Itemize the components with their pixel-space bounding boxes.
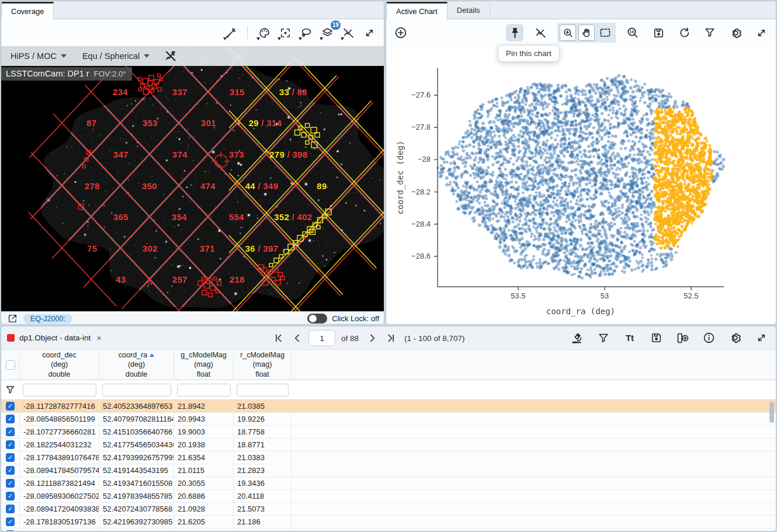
grid-off-button[interactable] — [162, 47, 179, 65]
row-checkbox[interactable]: ✓ — [6, 453, 15, 462]
table-body[interactable]: ✓-28.1172878277741652.4052336489765321.8… — [1, 400, 776, 531]
zoom-original-button[interactable]: 1X — [624, 24, 641, 41]
filter-icon[interactable] — [5, 384, 16, 395]
click-lock-toggle[interactable] — [307, 314, 327, 324]
table-cell[interactable]: -28.177843891076478 — [20, 451, 99, 464]
column-header-g-cmodelmag[interactable]: g_cModelMag (mag) float — [174, 350, 234, 380]
table-cell[interactable]: -28.17818305197136 — [20, 516, 99, 528]
table-cell[interactable]: 52.40523364897653 — [99, 400, 174, 412]
table-row[interactable]: ✓-28.08958930602750252.4197839485578520.… — [1, 490, 776, 503]
save-table-button[interactable] — [647, 329, 665, 347]
table-cell[interactable] — [99, 528, 174, 531]
row-checkbox[interactable]: ✓ — [6, 402, 15, 411]
table-cell[interactable]: 21.0383 — [234, 451, 292, 464]
table-row[interactable]: ✓-28.1172878277741652.4052336489765321.8… — [1, 400, 776, 413]
table-row[interactable]: ✓-28.08941784507957452.419144354319521.0… — [1, 464, 776, 477]
table-row[interactable]: ✓-28.17784389107647852.41793992675799521… — [1, 451, 776, 464]
column-header-r-cmodelmag[interactable]: r_cModelMag (mag) float — [234, 350, 292, 380]
table-row[interactable]: ✓-28.182254403123252.41775456503443620.1… — [1, 439, 776, 451]
recenter-button[interactable] — [276, 24, 294, 41]
pan-mode-button[interactable] — [578, 25, 595, 41]
table-cell[interactable]: 52.42196392730985 — [99, 516, 174, 528]
filter-input-coord-ra[interactable] — [102, 384, 171, 397]
table-cell[interactable] — [20, 528, 99, 531]
table-cell[interactable]: 21.0928 — [174, 503, 234, 515]
sky-map-canvas[interactable] — [1, 46, 384, 311]
selection-button[interactable] — [297, 24, 315, 41]
table-cell[interactable]: -28.089417204093838 — [20, 503, 99, 515]
filter-input-r-cmodelmag[interactable] — [237, 384, 289, 397]
filter-table-button[interactable] — [595, 329, 612, 347]
pin-chart-button[interactable]: Pin this chart — [506, 24, 523, 41]
table-cell[interactable]: 21.0115 — [174, 464, 234, 477]
compass-off-button[interactable] — [339, 24, 357, 41]
tab-details[interactable]: Details — [448, 2, 490, 19]
table-cell[interactable]: 21.0385 — [234, 400, 292, 412]
layers-button[interactable]: 19 — [318, 24, 336, 41]
table-info-button[interactable] — [700, 329, 717, 347]
table-cell[interactable]: 20.9943 — [174, 413, 234, 425]
table-cell[interactable]: 21.2823 — [234, 464, 292, 477]
table-cell[interactable]: -28.12118873821494 — [20, 477, 99, 489]
restore-chart-button[interactable] — [675, 24, 693, 41]
table-scrollbar-thumb[interactable] — [769, 402, 774, 423]
first-page-button[interactable] — [271, 331, 286, 346]
save-chart-button[interactable] — [650, 24, 667, 41]
zoom-mode-button[interactable] — [560, 25, 576, 41]
table-cell[interactable]: -28.089417845079574 — [20, 464, 99, 477]
table-cell[interactable]: 52.417754565034436 — [99, 439, 174, 451]
table-row[interactable]: ✓-28.1211887382149452.4193471601550820.3… — [1, 477, 776, 490]
table-cell[interactable]: 52.41934716015508 — [99, 477, 174, 489]
scatter-canvas[interactable] — [386, 46, 776, 325]
page-input[interactable] — [308, 330, 335, 346]
table-cell[interactable]: -28.11728782777416 — [20, 400, 99, 412]
close-table-icon[interactable]: × — [96, 333, 102, 343]
table-cell[interactable]: 19.9226 — [234, 413, 292, 425]
table-cell[interactable]: 52.407997082811164 — [99, 413, 174, 425]
table-row[interactable]: ✓ — [1, 528, 776, 531]
table-cell[interactable]: 52.42072430778568 — [99, 503, 174, 515]
table-cell[interactable]: 18.7758 — [234, 426, 292, 438]
next-page-button[interactable] — [365, 331, 380, 346]
table-cell[interactable]: 21.8942 — [174, 400, 234, 412]
expand-chart-button[interactable] — [752, 24, 770, 41]
select-all-checkbox[interactable] — [6, 360, 15, 370]
table-cell[interactable]: 21.6205 — [174, 516, 234, 528]
chart-settings-button[interactable] — [727, 24, 744, 41]
table-cell[interactable]: 21.5073 — [234, 503, 292, 515]
table-cell[interactable]: 20.4118 — [234, 490, 292, 502]
column-header-coord-ra[interactable]: coord_ra (deg) double — [99, 350, 174, 380]
open-in-new-button[interactable] — [6, 313, 19, 325]
table-cell[interactable] — [174, 528, 234, 531]
color-settings-button[interactable] — [255, 24, 273, 41]
column-header-coord-dec[interactable]: coord_dec (deg) double — [20, 350, 99, 380]
tools-button[interactable] — [222, 24, 240, 41]
table-cell[interactable]: -28.089589306027502 — [20, 490, 99, 502]
last-page-button[interactable] — [383, 331, 398, 346]
filter-chart-button[interactable] — [701, 24, 719, 41]
filter-input-g-cmodelmag[interactable] — [177, 384, 231, 397]
projection-dropdown[interactable]: Equ / Spherical — [79, 51, 153, 61]
table-cell[interactable] — [234, 528, 292, 531]
prev-page-button[interactable] — [290, 331, 305, 346]
scatter-chart[interactable]: 53.55352.5−27.6−27.8−28−28.2−28.4−28.6 c… — [386, 46, 776, 325]
row-checkbox[interactable]: ✓ — [6, 517, 15, 526]
text-view-button[interactable]: Tt — [621, 329, 639, 347]
tab-active-chart[interactable]: Active Chart — [386, 2, 448, 19]
table-row[interactable]: ✓-28.1781830519713652.4219639273098521.6… — [1, 516, 776, 528]
table-cell[interactable]: 52.41978394855785 — [99, 490, 174, 502]
table-cell[interactable]: -28.08548856501199 — [20, 413, 99, 425]
row-checkbox[interactable]: ✓ — [6, 427, 15, 436]
row-checkbox[interactable]: ✓ — [6, 479, 15, 488]
table-cell[interactable]: 19.9003 — [174, 426, 234, 438]
table-cell[interactable]: 52.41510356640766 — [99, 426, 174, 438]
table-cell[interactable]: 52.417939926757995 — [99, 451, 174, 464]
table-cell[interactable]: 21.186 — [234, 516, 292, 528]
row-checkbox[interactable]: ✓ — [6, 492, 15, 500]
table-row[interactable]: ✓-28.1072773666028152.4151035664076619.9… — [1, 426, 776, 439]
hide-traces-button[interactable] — [532, 24, 549, 41]
hips-moc-dropdown[interactable]: HiPS / MOC — [7, 51, 70, 61]
table-cell[interactable]: -28.1822544031232 — [20, 439, 99, 451]
table-cell[interactable]: 20.3055 — [174, 477, 234, 489]
table-settings-button[interactable] — [726, 329, 744, 347]
